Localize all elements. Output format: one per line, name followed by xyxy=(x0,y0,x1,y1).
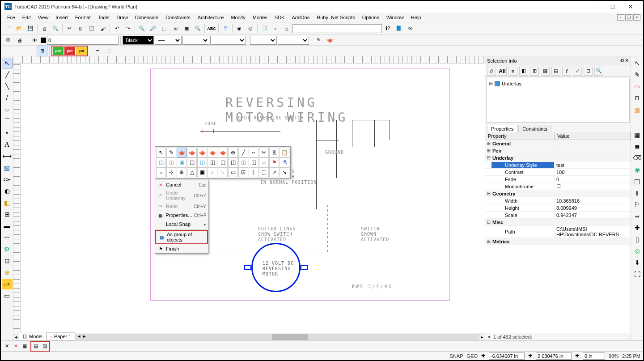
tab-scroll-right[interactable]: ▸ xyxy=(83,333,86,339)
brush-icon[interactable]: 🖌 xyxy=(97,23,108,34)
ctx-properties[interactable]: ▦ Properties... Ctrl+F xyxy=(155,211,208,220)
menu-addons[interactable]: AddOns xyxy=(288,14,313,21)
xref-icon[interactable]: ⎌ xyxy=(281,23,292,34)
ctx-surf3-icon[interactable]: ⊕ xyxy=(177,167,186,177)
snap-to-icon[interactable]: ⊞ xyxy=(37,46,47,56)
r-align-icon[interactable]: ⫿ xyxy=(632,187,643,198)
layer-icon[interactable]: 📑 xyxy=(259,23,270,34)
grid-tool-icon[interactable]: ⊞ xyxy=(2,209,13,220)
lineweight-select[interactable] xyxy=(182,36,209,45)
save-icon[interactable]: 💾 xyxy=(25,23,36,34)
mdi-close[interactable]: × xyxy=(633,14,640,21)
ctx-surf5-icon[interactable]: ▣ xyxy=(197,167,207,177)
mdi-minimize[interactable]: - xyxy=(617,14,624,21)
hatch-tool-icon[interactable]: ▧ xyxy=(2,162,13,173)
ctx-surf6-icon[interactable]: ⟋ xyxy=(208,167,217,177)
close-button[interactable]: ✕ xyxy=(622,1,640,13)
zoom-all-icon[interactable]: 🔍 xyxy=(192,23,203,34)
r-clip-icon[interactable]: ◫ xyxy=(632,176,643,187)
r-filter-icon[interactable]: ⫤ xyxy=(632,211,643,221)
menu-sdk[interactable]: SDK xyxy=(271,14,288,21)
ctx-edit-icon[interactable]: ✎ xyxy=(166,148,176,157)
ctx-localsnap[interactable]: Local Snap ▸ xyxy=(155,220,208,229)
prop-group[interactable]: ⊞Metrics xyxy=(485,238,631,245)
grid-toggle-icon[interactable]: ▦ xyxy=(21,342,29,350)
circle-dash-icon[interactable]: ◌ xyxy=(104,46,114,56)
ctx-select-icon[interactable]: ↖ xyxy=(156,148,166,157)
delete-toggle-icon[interactable]: ✕ xyxy=(12,342,20,350)
ctx-surf9-icon[interactable]: ⊡ xyxy=(238,167,248,177)
model-view-icon[interactable]: ▤ xyxy=(32,342,40,350)
menu-window[interactable]: Window xyxy=(383,14,407,21)
r-grid-icon[interactable]: ▦ xyxy=(632,129,643,140)
insert-tool-icon[interactable]: ⊕ xyxy=(2,267,13,278)
zoom-level[interactable]: 98% xyxy=(609,353,619,359)
r-flag-icon[interactable]: ⚐ xyxy=(632,199,643,210)
select2[interactable] xyxy=(250,36,277,45)
style-select[interactable] xyxy=(210,36,246,45)
panel-close-icon[interactable]: ✕ xyxy=(625,58,629,64)
menu-help[interactable]: Help xyxy=(407,14,425,21)
r-select-icon[interactable]: ↖ xyxy=(632,58,643,68)
menu-view[interactable]: View xyxy=(34,14,52,21)
prop-row[interactable]: Contrast100 xyxy=(485,169,631,176)
linetype-select[interactable]: ── xyxy=(155,36,182,45)
prop-row[interactable]: Monochrome☐ xyxy=(485,183,631,190)
constraints-tab[interactable]: Constraints xyxy=(518,125,551,132)
ctx-cube9-icon[interactable]: ◫ xyxy=(238,157,248,167)
menu-modes[interactable]: Modes xyxy=(249,14,271,21)
print-preview-icon[interactable]: 🔍 xyxy=(50,23,61,34)
paste-icon[interactable]: 📋 xyxy=(86,23,97,34)
ctx-move-icon[interactable]: ↔ xyxy=(249,148,258,157)
ctx-cut-icon[interactable]: ✂ xyxy=(259,148,269,157)
filter-6-icon[interactable]: ⤢ xyxy=(573,67,582,76)
paper-tab[interactable]: ▫ Paper 1 xyxy=(47,332,75,340)
ctx-render-blue-icon[interactable]: 🫖 xyxy=(177,148,186,157)
filter-5-icon[interactable]: ▤ xyxy=(551,67,560,76)
filter-2-icon[interactable]: ◧ xyxy=(519,67,528,76)
wall-tool-icon[interactable]: ▬ xyxy=(2,221,13,231)
ctx-surf11-icon[interactable]: ⬚ xyxy=(259,167,269,177)
menu-ruby[interactable]: Ruby .Net Scripts xyxy=(313,14,359,21)
box-tool-icon[interactable]: ◧ xyxy=(2,197,13,208)
filter-icon[interactable]: ⎙ xyxy=(487,67,496,76)
ctx-surf8-icon[interactable]: ▭ xyxy=(228,167,238,177)
print-icon[interactable]: 🖨 xyxy=(39,23,50,34)
minimize-button[interactable]: ─ xyxy=(586,1,604,13)
ctx-surf13-icon[interactable]: ↘ xyxy=(280,167,289,177)
coord-y[interactable] xyxy=(536,353,572,360)
menu-constraints[interactable]: Constraints xyxy=(162,14,194,21)
ctx-cube2-icon[interactable]: ◫ xyxy=(166,157,176,167)
menu-tools[interactable]: Tools xyxy=(94,14,113,21)
prop-group[interactable]: ⊞General xyxy=(485,140,631,147)
model-tab[interactable]: ◫ Model xyxy=(19,332,47,340)
filter-1-icon[interactable]: ≡ xyxy=(508,67,517,76)
arc-tool-icon[interactable]: ⌒ xyxy=(2,116,13,127)
prop-group[interactable]: ⊟Underlay xyxy=(485,154,631,161)
menu-file[interactable]: File xyxy=(4,14,19,21)
dim-tool-icon[interactable]: ⟼ xyxy=(2,151,13,161)
menu-insert[interactable]: Insert xyxy=(52,14,72,21)
book-icon[interactable]: 📘 xyxy=(394,23,404,34)
zoom-in-icon[interactable]: 🔍 xyxy=(136,23,147,34)
filter-search-icon[interactable]: 🔍 xyxy=(594,67,603,76)
circle-tool-icon[interactable]: ○ xyxy=(2,104,13,115)
pdf-underlay-icon[interactable]: pdf xyxy=(64,47,75,55)
point-tool-icon[interactable]: • xyxy=(2,127,13,138)
help-cursor-icon[interactable]: ℹ? xyxy=(382,23,393,34)
print-style-icon[interactable]: 🖨 xyxy=(14,35,25,46)
prop-group[interactable]: ⊟Misc xyxy=(485,219,631,226)
property-tree[interactable]: ⊞General⊞Pen⊟UnderlayUnderlay StyletestC… xyxy=(485,140,631,333)
drawing-canvas[interactable]: REVERSING MOTOR WIRING xyxy=(21,64,485,333)
ctx-as-group[interactable]: ▦ As group of objects xyxy=(155,230,208,244)
coord-x[interactable] xyxy=(489,353,525,360)
pattern-tool-icon[interactable]: ⊡ xyxy=(2,255,13,266)
menu-options[interactable]: Options xyxy=(359,14,383,21)
ctx-cube4-icon[interactable]: ◫ xyxy=(187,157,197,167)
block-icon[interactable]: ▫ xyxy=(270,23,281,34)
ctx-flag-icon[interactable]: ⚑ xyxy=(269,157,279,167)
pdf-export-icon[interactable]: pdf xyxy=(76,47,87,55)
r-color-icon[interactable]: ◉ xyxy=(632,164,643,175)
ctx-cube3-icon[interactable]: ▣ xyxy=(177,157,186,167)
menu-format[interactable]: Format xyxy=(72,14,94,21)
